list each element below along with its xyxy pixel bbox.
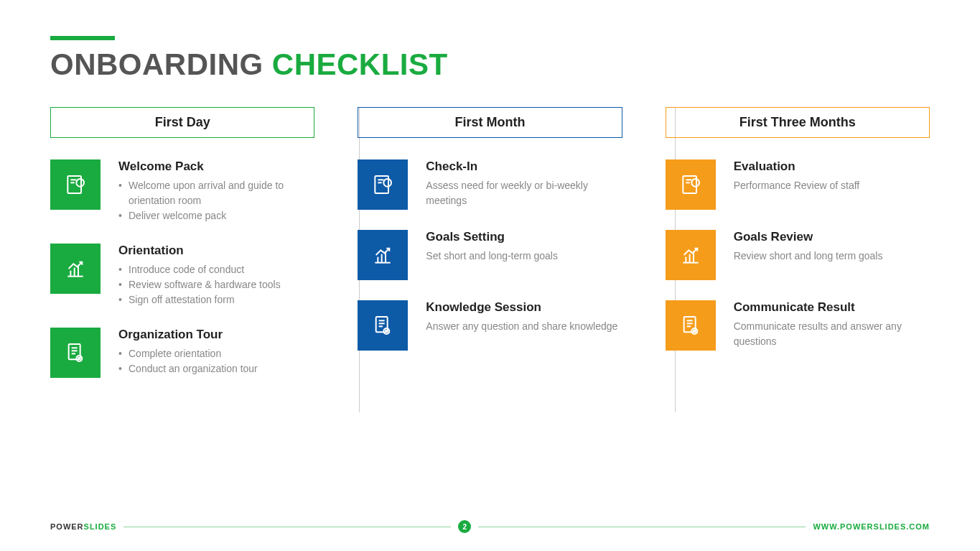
chart-icon [358, 230, 408, 280]
file-icon [50, 328, 101, 378]
brand-part1: POWER [50, 522, 84, 531]
list-item: Organization Tour Complete orientation C… [50, 328, 314, 378]
item-desc: Set short and long-term goals [426, 249, 622, 264]
chart-icon [666, 230, 716, 280]
item-content: Goals Setting Set short and long-term go… [426, 230, 622, 264]
item-title: Orientation [118, 244, 314, 258]
footer-url: WWW.POWERSLIDES.COM [813, 522, 930, 531]
document-icon [666, 159, 716, 210]
item-desc: Answer any question and share knowledge [426, 319, 622, 334]
footer-line [478, 527, 806, 527]
item-title: Organization Tour [118, 328, 314, 342]
footer: POWERSLIDES 2 WWW.POWERSLIDES.COM [50, 520, 930, 533]
item-content: Orientation Introduce code of conduct Re… [118, 244, 314, 307]
item-bullets: Welcome upon arrival and guide to orient… [118, 178, 314, 223]
page-title: ONBOARDING CHECKLIST [50, 47, 930, 82]
item-content: Organization Tour Complete orientation C… [118, 328, 314, 376]
footer-brand: POWERSLIDES [50, 522, 116, 531]
document-icon [50, 159, 101, 210]
item-title: Communicate Result [734, 300, 930, 315]
document-icon [358, 159, 408, 210]
column-header: First Day [50, 107, 314, 138]
list-item: Knowledge Session Answer any question an… [358, 300, 622, 351]
bullet: Sign off attestation form [118, 292, 314, 307]
item-title: Goals Setting [426, 230, 622, 244]
bullet: Review software & hardware tools [118, 277, 314, 292]
item-title: Evaluation [734, 159, 930, 174]
list-item: Orientation Introduce code of conduct Re… [50, 244, 314, 307]
column-first-day: First Day Welcome Pack Welcome upon arri… [50, 107, 314, 398]
bullet: Welcome upon arrival and guide to orient… [118, 178, 314, 208]
title-part2: CHECKLIST [272, 47, 448, 81]
column-first-month: First Month Check-In Assess need for wee… [358, 107, 622, 398]
bullet: Complete orientation [118, 346, 314, 361]
svg-point-16 [384, 179, 392, 187]
item-desc: Communicate results and answer any quest… [734, 319, 930, 349]
chart-icon [50, 244, 101, 294]
slide: ONBOARDING CHECKLIST First Day Welcome P… [0, 0, 980, 551]
list-item: Goals Review Review short and long term … [666, 230, 930, 280]
page-number: 2 [458, 520, 471, 533]
item-desc: Assess need for weekly or bi-weekly meet… [426, 178, 622, 208]
title-accent [50, 36, 115, 40]
item-desc: Review short and long term goals [734, 249, 930, 264]
bullet: Conduct an organization tour [118, 361, 314, 376]
item-title: Welcome Pack [118, 159, 314, 174]
item-title: Check-In [426, 159, 622, 174]
item-content: Welcome Pack Welcome upon arrival and gu… [118, 159, 314, 223]
item-bullets: Introduce code of conduct Review softwar… [118, 262, 314, 307]
title-part1: ONBOARDING [50, 47, 272, 81]
list-item: Communicate Result Communicate results a… [666, 300, 930, 351]
item-content: Goals Review Review short and long term … [734, 230, 930, 264]
item-content: Check-In Assess need for weekly or bi-we… [426, 159, 622, 208]
list-item: Evaluation Performance Review of staff [666, 159, 930, 210]
column-header: First Three Months [666, 107, 930, 138]
footer-line [123, 527, 451, 527]
file-icon [666, 300, 716, 351]
column-header: First Month [358, 107, 622, 138]
file-icon [358, 300, 408, 351]
brand-part2: SLIDES [84, 522, 117, 531]
item-content: Evaluation Performance Review of staff [734, 159, 930, 193]
item-content: Knowledge Session Answer any question an… [426, 300, 622, 334]
item-title: Goals Review [734, 230, 930, 244]
item-content: Communicate Result Communicate results a… [734, 300, 930, 349]
svg-point-1 [76, 179, 84, 187]
columns-container: First Day Welcome Pack Welcome upon arri… [50, 107, 930, 398]
list-item: Check-In Assess need for weekly or bi-we… [358, 159, 622, 210]
item-bullets: Complete orientation Conduct an organiza… [118, 346, 314, 376]
svg-point-31 [691, 179, 699, 187]
bullet: Introduce code of conduct [118, 262, 314, 277]
bullet: Deliver welcome pack [118, 208, 314, 223]
column-first-three-months: First Three Months Evaluation Performanc… [666, 107, 930, 398]
list-item: Goals Setting Set short and long-term go… [358, 230, 622, 280]
list-item: Welcome Pack Welcome upon arrival and gu… [50, 159, 314, 223]
item-desc: Performance Review of staff [734, 178, 930, 193]
item-title: Knowledge Session [426, 300, 622, 315]
